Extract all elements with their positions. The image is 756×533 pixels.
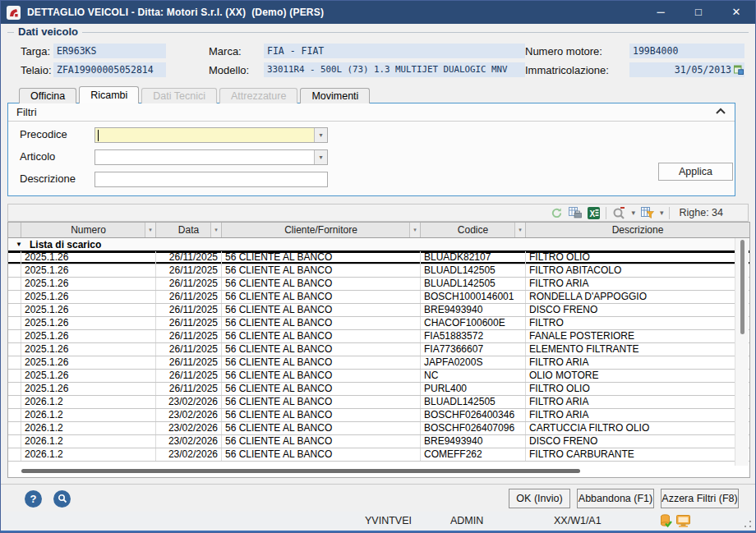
cell-descrizione[interactable]: FILTRO ARIA	[526, 409, 749, 421]
cell-data[interactable]: 26/11/2025	[156, 383, 222, 395]
cell-data[interactable]: 26/11/2025	[156, 330, 222, 342]
cell-codice[interactable]: BLUADL142505	[421, 278, 526, 290]
cell-codice[interactable]: NC	[421, 370, 526, 382]
cell-cliente-fornitore[interactable]: 56 CLIENTE AL BANCO	[222, 264, 421, 277]
cell-numero[interactable]: 2026.1.2	[21, 435, 156, 448]
header-data[interactable]: Data ▾	[156, 223, 222, 237]
cell-data[interactable]: 23/02/2026	[156, 409, 222, 421]
cell-numero[interactable]: 2025.1.26	[21, 356, 156, 369]
cell-data[interactable]: 26/11/2025	[156, 317, 222, 329]
filter-dropdown-icon[interactable]: ▾	[660, 209, 664, 217]
cell-cliente-fornitore[interactable]: 56 CLIENTE AL BANCO	[222, 251, 421, 264]
cell-numero[interactable]: 2025.1.26	[21, 264, 156, 277]
table-row[interactable]: 2025.1.26 26/11/2025 56 CLIENTE AL BANCO…	[8, 278, 749, 291]
cell-descrizione[interactable]: DISCO FRENO	[526, 435, 749, 448]
targa-field[interactable]: ER963KS	[53, 44, 166, 58]
resize-grip[interactable]	[744, 520, 752, 528]
applica-button[interactable]: Applica	[658, 163, 733, 181]
tab-officina[interactable]: Officina	[19, 88, 76, 103]
tab-movimenti[interactable]: Movimenti	[300, 88, 370, 103]
vertical-scrollbar-thumb[interactable]	[740, 240, 744, 334]
cell-codice[interactable]: BOSCHF026407096	[421, 422, 526, 434]
cell-cliente-fornitore[interactable]: 56 CLIENTE AL BANCO	[222, 291, 421, 303]
maximize-icon[interactable]: □	[680, 1, 717, 24]
cell-data[interactable]: 26/11/2025	[156, 370, 222, 382]
table-row[interactable]: 2026.1.2 23/02/2026 56 CLIENTE AL BANCO …	[8, 396, 749, 409]
marca-field[interactable]: FIA - FIAT	[264, 44, 525, 58]
header-codice[interactable]: Codice ▾	[421, 223, 526, 237]
collapse-chevron-icon[interactable]	[715, 106, 726, 117]
cell-descrizione[interactable]: FILTRO OLIO	[526, 251, 749, 264]
calendar-icon[interactable]	[734, 65, 744, 75]
excel-export-icon[interactable]: X	[588, 207, 600, 219]
cell-descrizione[interactable]: FILTRO ABITACOLO	[526, 264, 749, 277]
cell-descrizione[interactable]: FILTRO ARIA	[526, 356, 749, 369]
articolo-combo[interactable]: ▾	[94, 149, 328, 165]
table-row[interactable]: 2026.1.2 23/02/2026 56 CLIENTE AL BANCO …	[8, 422, 749, 435]
cell-cliente-fornitore[interactable]: 56 CLIENTE AL BANCO	[222, 317, 421, 329]
header-descrizione[interactable]: Descrizione	[526, 223, 749, 237]
cell-codice[interactable]: FIA51883572	[421, 330, 526, 342]
azzera-filtri-button[interactable]: Azzera Filtri (F8)	[661, 489, 739, 508]
numero-motore-field[interactable]: 199B4000	[629, 44, 744, 58]
horizontal-scrollbar-thumb[interactable]	[21, 469, 580, 473]
cell-numero[interactable]: 2025.1.26	[21, 330, 156, 342]
zoom-button[interactable]	[53, 490, 71, 508]
cell-codice[interactable]: BRE9493940	[421, 435, 526, 448]
tab-ricambi[interactable]: Ricambi	[79, 86, 139, 103]
table-row[interactable]: 2025.1.26 26/11/2025 56 CLIENTE AL BANCO…	[8, 356, 749, 370]
cell-data[interactable]: 26/11/2025	[156, 304, 222, 316]
table-row[interactable]: 2025.1.26 26/11/2025 56 CLIENTE AL BANCO…	[8, 317, 749, 330]
table-row[interactable]: 2025.1.26 26/11/2025 56 CLIENTE AL BANCO…	[8, 251, 749, 264]
cell-descrizione[interactable]: DISCO FRENO	[526, 304, 749, 316]
modello-field[interactable]: 33011R4 - 500L (73) 1.3 MULTIJET DUALOGI…	[264, 62, 525, 77]
abbandona-button[interactable]: Abbandona (F1)	[577, 489, 654, 508]
table-row[interactable]: 2026.1.2 23/02/2026 56 CLIENTE AL BANCO …	[8, 448, 749, 462]
cell-cliente-fornitore[interactable]: 56 CLIENTE AL BANCO	[222, 343, 421, 356]
cell-data[interactable]: 26/11/2025	[156, 278, 222, 290]
search-icon[interactable]	[612, 206, 625, 219]
cell-cliente-fornitore[interactable]: 56 CLIENTE AL BANCO	[222, 422, 421, 434]
header-filter-icon[interactable]: ▾	[514, 223, 525, 237]
cell-numero[interactable]: 2025.1.26	[21, 343, 156, 356]
table-row[interactable]: 2025.1.26 26/11/2025 56 CLIENTE AL BANCO…	[8, 291, 749, 304]
cell-data[interactable]: 23/02/2026	[156, 448, 222, 461]
header-filter-icon[interactable]: ▾	[409, 223, 420, 237]
cell-numero[interactable]: 2025.1.26	[21, 383, 156, 395]
cell-numero[interactable]: 2025.1.26	[21, 251, 156, 264]
cell-numero[interactable]: 2025.1.26	[21, 370, 156, 382]
cell-numero[interactable]: 2026.1.2	[21, 422, 156, 434]
cell-codice[interactable]: BOSCH1000146001	[421, 291, 526, 303]
minimize-icon[interactable]: ─	[642, 1, 680, 24]
cell-descrizione[interactable]: OLIO MOTORE	[526, 370, 749, 382]
precodice-dropdown-icon[interactable]: ▾	[314, 128, 327, 142]
cell-descrizione[interactable]: FILTRO CARBURANTE	[526, 448, 749, 461]
cell-cliente-fornitore[interactable]: 56 CLIENTE AL BANCO	[222, 448, 421, 461]
immatricolazione-field[interactable]: 31/05/2013	[629, 62, 744, 77]
cell-cliente-fornitore[interactable]: 56 CLIENTE AL BANCO	[222, 383, 421, 395]
table-row[interactable]: 2025.1.26 26/11/2025 56 CLIENTE AL BANCO…	[8, 383, 749, 396]
group-expand-icon[interactable]: ▼	[8, 241, 30, 248]
cell-cliente-fornitore[interactable]: 56 CLIENTE AL BANCO	[222, 278, 421, 290]
cell-numero[interactable]: 2025.1.26	[21, 317, 156, 329]
descrizione-input[interactable]	[94, 172, 328, 187]
cell-data[interactable]: 26/11/2025	[156, 291, 222, 303]
cell-cliente-fornitore[interactable]: 56 CLIENTE AL BANCO	[222, 304, 421, 316]
precodice-combo[interactable]: ▾	[94, 127, 328, 143]
table-row[interactable]: 2025.1.26 26/11/2025 56 CLIENTE AL BANCO…	[8, 370, 749, 383]
cell-data[interactable]: 26/11/2025	[156, 356, 222, 369]
cell-codice[interactable]: FIA77366607	[421, 343, 526, 356]
cell-data[interactable]: 26/11/2025	[156, 343, 222, 356]
cell-descrizione[interactable]: FILTRO ARIA	[526, 278, 749, 290]
help-button[interactable]: ?	[25, 490, 42, 508]
cell-descrizione[interactable]: CARTUCCIA FILTRO OLIO	[526, 422, 749, 434]
group-row-lista-di-scarico[interactable]: ▼ Lista di scarico	[8, 238, 749, 251]
cell-cliente-fornitore[interactable]: 56 CLIENTE AL BANCO	[222, 330, 421, 342]
telaio-field[interactable]: ZFA19900005052814	[53, 62, 166, 77]
header-cliente-fornitore[interactable]: Cliente/Fornitore ▾	[222, 223, 421, 237]
cell-codice[interactable]: JAPFA0200S	[421, 356, 526, 369]
header-numero[interactable]: Numero ▾	[21, 223, 156, 237]
cell-codice[interactable]: BLUADL142505	[421, 264, 526, 277]
close-icon[interactable]: ✕	[717, 1, 755, 24]
cell-data[interactable]: 26/11/2025	[156, 264, 222, 277]
